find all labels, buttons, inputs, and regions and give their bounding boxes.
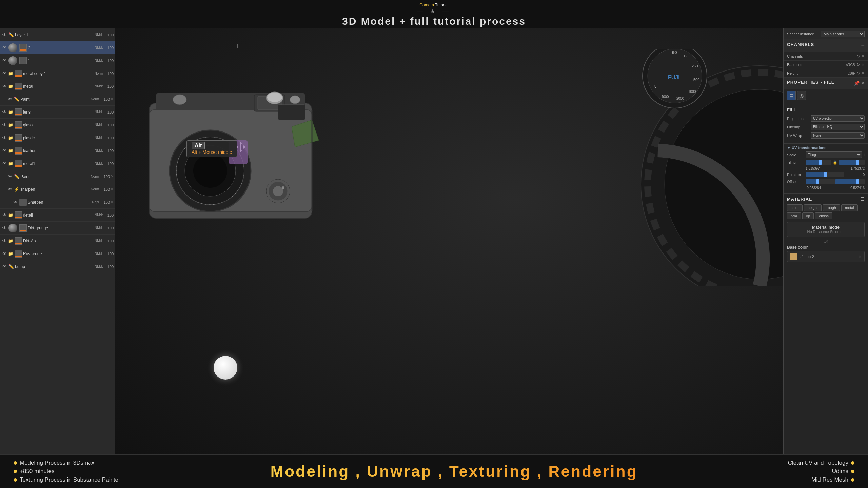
bottom-right-item-1: Clean UV and Topology — [788, 460, 848, 466]
title-bar: Camera Tutorial — ★ — 3D Model + full tu… — [0, 0, 868, 28]
svg-point-7 — [193, 154, 227, 188]
visibility-icon[interactable]: 👁 — [1, 109, 7, 115]
layer-row[interactable]: 👁 2 NMdt 100 — [0, 41, 115, 54]
close-icon[interactable]: ✕ — [111, 97, 114, 101]
base-color-close-button[interactable]: ✕ — [858, 254, 862, 259]
refresh-icon[interactable]: ↻ — [856, 62, 860, 67]
visibility-icon[interactable]: 👁 — [12, 199, 18, 205]
layer-row[interactable]: 👁 ✏️ Paint Norm 100 ✕ — [0, 170, 115, 183]
material-mode-button[interactable]: ◎ — [797, 91, 806, 100]
visibility-icon[interactable]: 👁 — [1, 135, 7, 141]
layer-row[interactable]: 👁 📁 metal copy 1 Norm 100 — [0, 67, 115, 80]
layer-name: bump — [15, 264, 95, 269]
folder-icon: 📁 — [7, 122, 14, 128]
svg-text:1000: 1000 — [688, 90, 696, 94]
layer-row[interactable]: 👁 ✏️ Layer 1 NMdt 100 — [0, 28, 115, 41]
layer-row[interactable]: 👁 📁 Rust-edge NMdt 100 — [0, 247, 115, 260]
close-icon[interactable]: ✕ — [861, 71, 865, 76]
layer-icon — [19, 224, 27, 232]
layer-mode: NMdt — [95, 149, 103, 152]
refresh-icon[interactable]: ↻ — [856, 54, 860, 59]
add-channel-button[interactable]: + — [861, 42, 865, 49]
material-op-button[interactable]: op — [802, 212, 814, 219]
layer-row[interactable]: 👁 📁 metal NMdt 100 — [0, 80, 115, 93]
fill-mode-button[interactable]: ▤ — [787, 91, 796, 100]
bullet-item: Mid Res Mesh — [788, 476, 854, 483]
visibility-icon[interactable]: 👁 — [7, 174, 13, 180]
close-icon[interactable]: ✕ — [111, 187, 114, 191]
visibility-icon[interactable]: 👁 — [7, 96, 13, 102]
close-icon[interactable]: ✕ — [111, 174, 114, 179]
material-height-button[interactable]: height — [804, 204, 822, 211]
layer-name: Paint — [20, 97, 91, 102]
link-icon: 🔒 — [833, 160, 837, 165]
layer-row[interactable]: 👁 📁 lens NMdt 100 — [0, 106, 115, 119]
visibility-icon[interactable]: 👁 — [1, 161, 7, 167]
visibility-icon[interactable]: 👁 — [1, 32, 7, 38]
visibility-icon[interactable]: 👁 — [7, 186, 13, 192]
svg-text:500: 500 — [693, 78, 699, 82]
visibility-icon[interactable]: 👁 — [1, 122, 7, 128]
layer-row[interactable]: 👁 ✏️ bump NMdt 100 — [0, 260, 115, 273]
material-emiss-button[interactable]: emiss — [815, 212, 832, 219]
layer-row[interactable]: 👁 📁 plastic NMdt 100 — [0, 131, 115, 144]
channel-name: Channels — [787, 54, 803, 58]
visibility-icon[interactable]: 👁 — [1, 264, 7, 270]
visibility-icon[interactable]: 👁 — [1, 225, 7, 231]
viewport[interactable]: 60 125 250 500 1000 2000 4000 8 FUJI — [115, 28, 783, 454]
bullet-dot — [14, 461, 17, 465]
uv-tiling-label: Tiling — [787, 160, 806, 164]
bottom-left: Modeling Process in 3Dsmax +850 minutes … — [14, 460, 120, 483]
close-icon[interactable]: ✕ — [861, 62, 865, 67]
layer-row[interactable]: 👁 ⚡ sharpen Norm 100 ✕ — [0, 183, 115, 196]
visibility-icon[interactable]: 👁 — [1, 212, 7, 218]
fill-projection-row: Projection UV projection — [787, 115, 865, 122]
offset-y-value: 0.527416 — [850, 186, 865, 190]
visibility-icon[interactable]: 👁 — [1, 83, 7, 89]
layer-name: lens — [23, 110, 95, 115]
info-icon: ℹ — [863, 152, 865, 157]
refresh-icon[interactable]: ↻ — [856, 71, 860, 76]
alt-tooltip: Alt Alt + Mouse middle — [186, 140, 237, 157]
visibility-icon[interactable]: 👁 — [1, 45, 7, 51]
layer-row[interactable]: 👁 📁 glass NMdt 100 — [0, 119, 115, 131]
layer-row[interactable]: 👁 Dirt-grunge NMdt 100 — [0, 222, 115, 235]
fill-projection-select[interactable]: UV projection — [811, 115, 865, 122]
visibility-icon[interactable]: 👁 — [1, 148, 7, 154]
layer-row[interactable]: 👁 ✏️ Paint Norm 100 ✕ — [0, 93, 115, 106]
material-nrm-button[interactable]: nrm — [787, 212, 801, 219]
material-metal-button[interactable]: metal — [841, 204, 858, 211]
channel-row-height[interactable]: Height L16F ↻ ✕ — [784, 69, 868, 78]
shader-instance-select[interactable]: Main shader — [821, 30, 865, 37]
material-rough-button[interactable]: rough — [823, 204, 840, 211]
base-color-row[interactable]: zfc-top-2 ✕ — [787, 251, 865, 262]
material-settings-icon[interactable]: ☰ — [860, 196, 865, 202]
layer-icon — [15, 134, 22, 142]
fill-uvwrap-select[interactable]: None — [811, 132, 865, 139]
layer-row[interactable]: 👁 📁 metal1 NMdt 100 — [0, 157, 115, 170]
material-color-button[interactable]: color — [787, 204, 803, 211]
layer-row[interactable]: 👁 📁 leather NMdt 100 — [0, 144, 115, 157]
prop-pin-icon[interactable]: 📌 — [854, 81, 860, 86]
layer-row[interactable]: 👁 1 NMdt 100 — [0, 54, 115, 67]
offset-x-value: -0.053284 — [806, 186, 821, 190]
channel-info: L16F — [847, 72, 855, 75]
visibility-icon[interactable]: 👁 — [1, 238, 7, 244]
close-icon[interactable]: ✕ — [861, 54, 865, 59]
layer-row[interactable]: 👁 📁 detail NMdt 100 — [0, 209, 115, 222]
layer-row[interactable]: 👁 📁 Dirt-Ao NMdt 100 — [0, 235, 115, 247]
uv-transforms-title[interactable]: ▼ UV transformations — [787, 146, 865, 150]
bullet-item: Clean UV and Topology — [788, 460, 854, 466]
layer-thumbnail — [8, 56, 17, 65]
visibility-icon[interactable]: 👁 — [1, 70, 7, 77]
prop-close-icon[interactable]: ✕ — [861, 81, 865, 86]
fill-filtering-select[interactable]: Bilinear | HQ — [811, 124, 865, 130]
uv-scale-select[interactable]: Tiling — [806, 151, 862, 158]
layer-row[interactable]: 👁 Sharpen Repl 100 ✕ — [0, 196, 115, 209]
layer-mode: Norm — [91, 97, 99, 101]
tiling-y-value: 1.753372 — [850, 167, 865, 170]
channel-row-basecolor[interactable]: Base color sRGB ↻ ✕ — [784, 61, 868, 69]
close-icon[interactable]: ✕ — [111, 200, 114, 204]
visibility-icon[interactable]: 👁 — [1, 251, 7, 257]
visibility-icon[interactable]: 👁 — [1, 58, 7, 64]
